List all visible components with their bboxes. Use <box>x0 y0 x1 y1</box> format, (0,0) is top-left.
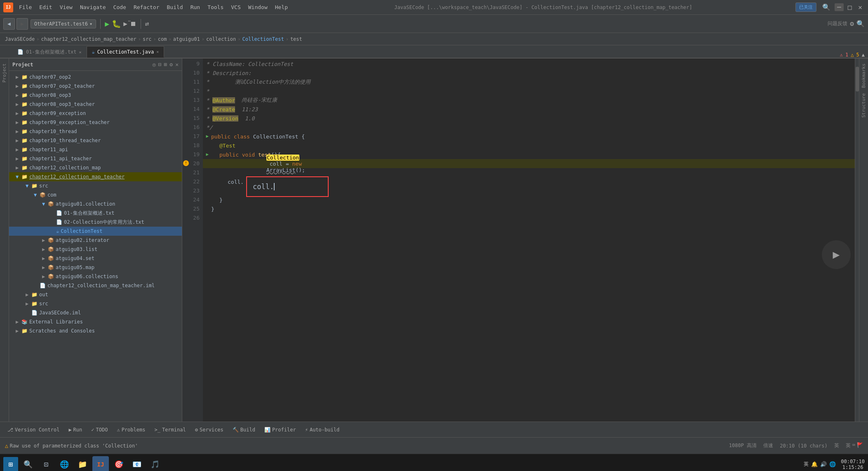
input-method-icon[interactable]: ⌨ <box>852 442 855 449</box>
tree-txt1[interactable]: ▶ 📄 01-集合框架概述.txt <box>9 209 182 218</box>
tree-atguigu02[interactable]: ▶ 📦 atguigu02.iterator <box>9 236 182 245</box>
expand-icon[interactable]: ⊞ <box>164 61 167 68</box>
menu-help[interactable]: Help <box>272 3 291 12</box>
floating-play-button[interactable]: ▶ <box>822 240 851 269</box>
coll-input-popup[interactable]: coll. <box>246 176 329 197</box>
tab-java[interactable]: ☕ CollectionTest.java ✕ <box>87 46 165 58</box>
tab-txt-close-icon[interactable]: ✕ <box>79 50 82 54</box>
menu-vcs[interactable]: VCS <box>228 3 244 12</box>
translate-button[interactable]: ⇄ <box>145 20 149 28</box>
tree-chapter12-collection-map-teacher[interactable]: ▼ 📁 chapter12_collection_map_teacher <box>9 172 182 181</box>
tree-chapter10-thread[interactable]: ▶ 📁 chapter10_thread <box>9 127 182 136</box>
tree-com[interactable]: ▼ 📦 com <box>9 190 182 199</box>
expand-icon[interactable]: ▲ <box>862 52 865 58</box>
tree-atguigu01-collection[interactable]: ▼ 📦 atguigu01.collection <box>9 199 182 209</box>
tree-collection-test[interactable]: ▶ ☕ CollectionTest <box>9 227 182 236</box>
taskbar-other[interactable]: 🎯 <box>111 456 127 471</box>
tree-scratches[interactable]: ▶ 📁 Scratches and Consoles <box>9 326 182 335</box>
run-config-dropdown[interactable]: OtherAPITest.test6 ▾ <box>31 19 96 28</box>
tab-txt[interactable]: 📄 01-集合框架概述.txt ✕ <box>12 46 87 58</box>
stop-button[interactable]: ⏹ <box>130 20 136 28</box>
menu-file[interactable]: File <box>16 3 35 12</box>
tree-chapter07-oop2[interactable]: ▶ 📁 chapter07_oop2 <box>9 73 182 82</box>
forward-button[interactable]: ▶ <box>16 18 28 30</box>
breadcrumb-atguigu01[interactable]: atguigu01 <box>173 36 200 42</box>
close-btn[interactable]: ✕ <box>856 3 865 11</box>
breadcrumb-src[interactable]: src <box>143 36 152 42</box>
taskbar-search[interactable]: 🔍 <box>20 456 36 471</box>
taskbar-clock[interactable]: 00:07:10 1:15:26 <box>841 459 865 470</box>
warn-gutter-icon-20[interactable]: ! <box>183 160 189 166</box>
taskbar-lang-icon[interactable]: 英 <box>804 461 809 468</box>
tree-chapter09-exception-teacher[interactable]: ▶ 📁 chapter09_exception_teacher <box>9 118 182 127</box>
tree-chapter08-oop3-teacher[interactable]: ▶ 📁 chapter08_oop3_teacher <box>9 100 182 109</box>
menu-run[interactable]: Run <box>187 3 203 12</box>
login-button[interactable]: 已关注 <box>795 2 816 12</box>
tree-javasecode-iml[interactable]: ▶ 📄 JavaSECode.iml <box>9 308 182 317</box>
bottom-tab-autobuild[interactable]: ⚡ Auto-build <box>301 425 343 434</box>
tree-atguigu04[interactable]: ▶ 📦 atguigu04.set <box>9 254 182 263</box>
tree-atguigu05[interactable]: ▶ 📦 atguigu05.map <box>9 263 182 272</box>
tree-atguigu03[interactable]: ▶ 📦 atguigu03.list <box>9 245 182 254</box>
taskbar-app2[interactable]: 🎵 <box>147 456 163 471</box>
vertical-scrollbar[interactable] <box>855 59 859 422</box>
menu-tools[interactable]: Tools <box>204 3 227 12</box>
menu-edit[interactable]: Edit <box>36 3 55 12</box>
breadcrumb-collection[interactable]: collection <box>206 36 236 42</box>
tree-txt2[interactable]: ▶ 📄 02-Collection中的常用方法.txt <box>9 218 182 227</box>
tree-out[interactable]: ▶ 📁 out <box>9 290 182 299</box>
taskbar-app1[interactable]: 📧 <box>129 456 145 471</box>
tree-chapter08-oop3[interactable]: ▶ 📁 chapter08_oop3 <box>9 91 182 100</box>
bottom-tab-services[interactable]: ⚙ Services <box>191 425 228 434</box>
menu-navigate[interactable]: Navigate <box>77 3 109 12</box>
menu-refactor[interactable]: Refactor <box>130 3 163 12</box>
settings-icon[interactable]: ⚙ <box>850 20 854 28</box>
bottom-tab-terminal[interactable]: >_ Terminal <box>150 425 190 434</box>
tree-chapter11-api[interactable]: ▶ 📁 chapter11_api <box>9 145 182 154</box>
menu-code[interactable]: Code <box>110 3 129 12</box>
start-button[interactable]: ⊞ <box>3 457 18 471</box>
taskbar-notify-icon[interactable]: 🔔 <box>811 461 818 467</box>
tree-src2[interactable]: ▶ 📁 src <box>9 299 182 308</box>
search-icon[interactable]: 🔍 <box>856 20 865 28</box>
settings-gear-icon[interactable]: ⚙ <box>169 61 173 68</box>
project-panel-label[interactable]: Project <box>1 61 8 85</box>
breadcrumb-module[interactable]: chapter12_collection_map_teacher <box>41 36 136 42</box>
debug-button[interactable]: 🐛 <box>112 19 121 28</box>
breadcrumb-com[interactable]: com <box>158 36 167 42</box>
tree-iml[interactable]: ▶ 📄 chapter12_collection_map_teacher.iml <box>9 281 182 290</box>
hide-panel-icon[interactable]: ✕ <box>175 61 179 68</box>
tree-chapter11-api-teacher[interactable]: ▶ 📁 chapter11_api_teacher <box>9 154 182 163</box>
tree-chapter07-oop2-teacher[interactable]: ▶ 📁 chapter07_oop2_teacher <box>9 82 182 91</box>
back-button[interactable]: ◀ <box>3 18 15 30</box>
bookmarks-label[interactable]: Bookmarks <box>860 61 867 91</box>
search-everywhere-btn[interactable]: 🔍 <box>820 3 833 11</box>
bottom-tab-version-control[interactable]: ⎇ Version Control <box>3 425 64 434</box>
run-button[interactable]: ▶ <box>105 19 109 28</box>
menu-window[interactable]: Window <box>245 3 271 12</box>
breadcrumb-method[interactable]: test <box>290 36 302 42</box>
locate-file-icon[interactable]: ◎ <box>153 61 156 68</box>
tree-chapter12-collection-map[interactable]: ▶ 📁 chapter12_collection_map <box>9 163 182 172</box>
taskbar-edge[interactable]: 🌐 <box>56 456 73 471</box>
bottom-tab-profiler[interactable]: 📊 Profiler <box>260 425 300 434</box>
taskbar-volume-icon[interactable]: 🔊 <box>820 461 827 467</box>
breadcrumb-root[interactable]: JavaSECode <box>5 36 35 42</box>
menu-build[interactable]: Build <box>164 3 186 12</box>
bottom-tab-todo[interactable]: ✓ TODO <box>87 425 112 434</box>
tab-java-close-icon[interactable]: ✕ <box>156 49 159 54</box>
tree-chapter10-thread-teacher[interactable]: ▶ 📁 chapter10_thread_teacher <box>9 136 182 145</box>
menu-view[interactable]: View <box>56 3 76 12</box>
run-coverage-button[interactable]: ▶̈ <box>123 20 127 28</box>
structure-label[interactable]: Structure <box>860 91 867 120</box>
tree-atguigu06[interactable]: ▶ 📦 atguigu06.collections <box>9 272 182 281</box>
breadcrumb-class[interactable]: CollectionTest <box>242 36 284 42</box>
lang-icon[interactable]: 英 <box>846 442 851 449</box>
collapse-icon[interactable]: ⊟ <box>158 61 162 68</box>
taskbar-explorer[interactable]: 📁 <box>74 456 91 471</box>
taskbar-network-icon[interactable]: 🌐 <box>829 461 836 467</box>
taskbar-task-view[interactable]: ⊡ <box>38 456 54 471</box>
maximize-btn[interactable]: □ <box>845 3 854 11</box>
tree-chapter09-exception[interactable]: ▶ 📁 chapter09_exception <box>9 109 182 118</box>
bottom-tab-problems[interactable]: ⚠ Problems <box>113 425 149 434</box>
